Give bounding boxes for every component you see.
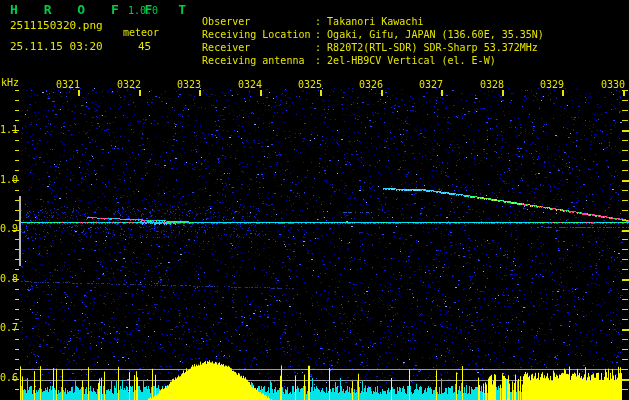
info-row-antenna: Receiving antenna:2el-HB9CV Vertical (el… xyxy=(178,43,496,79)
time-tick-label: 0324 xyxy=(238,79,262,90)
time-tick-label: 0327 xyxy=(419,79,443,90)
time-tick-label: 0326 xyxy=(359,79,383,90)
output-filename: 2511150320.png xyxy=(10,20,103,32)
freq-tick-label: 1.0 xyxy=(0,175,17,185)
time-tick-label: 0328 xyxy=(480,79,504,90)
freq-tick-label: 0.8 xyxy=(0,274,17,284)
time-tick-label: 0325 xyxy=(298,79,322,90)
antenna-label: Receiving antenna xyxy=(202,55,315,67)
mode-label: meteor xyxy=(123,27,159,39)
echo-count: 45 xyxy=(138,41,151,53)
freq-tick-label: 0.9 xyxy=(0,224,17,234)
freq-tick-label: 1.1 xyxy=(0,125,17,135)
app-version: 1.0.0 xyxy=(128,5,158,17)
time-tick-label: 0321 xyxy=(56,79,80,90)
time-tick-label: 0323 xyxy=(177,79,201,90)
time-tick-label: 0329 xyxy=(540,79,564,90)
colon-separator: : xyxy=(315,55,327,67)
hrofft-window: H R O F F T 1.0.0 2511150320.png meteor … xyxy=(0,0,629,400)
time-tick-label: 0322 xyxy=(117,79,141,90)
antenna-value: 2el-HB9CV Vertical (el. E-W) xyxy=(327,55,496,66)
freq-axis-unit: kHz xyxy=(1,77,19,89)
time-tick-label: 0330 xyxy=(601,79,625,90)
app-title: H R O F F T xyxy=(10,4,195,16)
freq-tick-label: 0.6 xyxy=(0,373,17,383)
datetime-label: 25.11.15 03:20 xyxy=(10,41,103,53)
freq-tick-label: 0.7 xyxy=(0,323,17,333)
